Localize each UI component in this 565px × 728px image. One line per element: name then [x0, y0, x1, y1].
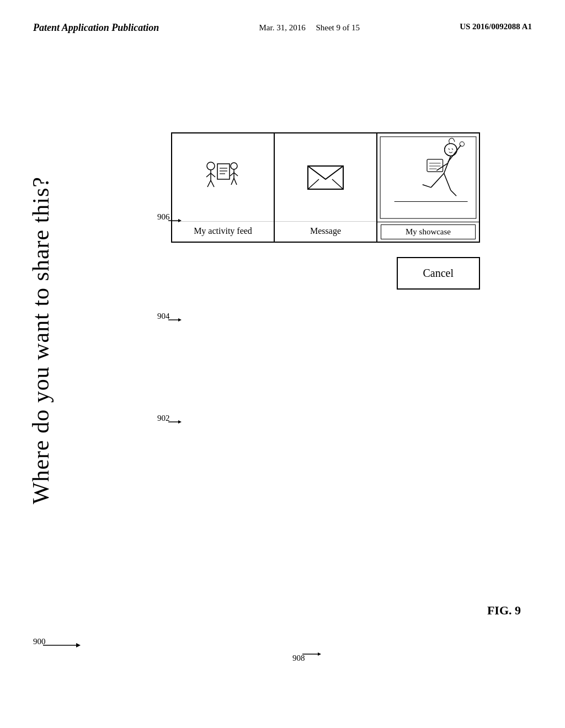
- svg-line-30: [451, 190, 456, 196]
- svg-line-32: [452, 148, 453, 149]
- svg-point-2: [207, 162, 215, 170]
- ref-900-arrow: [43, 640, 82, 651]
- svg-line-4: [206, 173, 211, 177]
- cancel-button[interactable]: Cancel: [397, 257, 480, 290]
- svg-line-16: [231, 178, 234, 185]
- activity-feed-option[interactable]: My activity feed: [172, 133, 275, 242]
- svg-point-22: [445, 143, 457, 156]
- svg-line-27: [431, 173, 444, 188]
- svg-line-17: [234, 178, 237, 185]
- date-label: Mar. 31, 2016: [259, 23, 306, 32]
- question-text: Where do you want to share this?: [28, 176, 54, 504]
- patent-number: US 2016/0092088 A1: [460, 22, 532, 31]
- svg-line-6: [207, 180, 211, 187]
- svg-rect-21: [380, 137, 476, 218]
- svg-line-20: [332, 179, 343, 189]
- ref-902-arrow: [168, 418, 182, 426]
- sheet-label: Sheet 9 of 15: [316, 23, 360, 32]
- dialog-container: My activity feed Message: [171, 132, 480, 290]
- svg-line-7: [211, 180, 214, 187]
- svg-line-19: [308, 179, 319, 189]
- activity-icon-area: [172, 133, 274, 221]
- svg-point-25: [460, 142, 464, 146]
- svg-line-31: [449, 148, 450, 149]
- svg-line-24: [448, 145, 461, 162]
- activity-feed-icon: [201, 159, 245, 195]
- message-icon-area: [275, 133, 376, 221]
- figure-label: FIG. 9: [487, 603, 521, 618]
- svg-marker-1: [76, 643, 81, 647]
- svg-marker-39: [178, 420, 182, 424]
- ref-904-arrow: [168, 316, 182, 324]
- sheet-info: Mar. 31, 2016 Sheet 9 of 15: [259, 22, 360, 34]
- message-label: Message: [275, 221, 376, 242]
- svg-line-14: [230, 173, 234, 176]
- svg-line-28: [444, 173, 451, 190]
- showcase-inner-label: My showcase: [381, 224, 476, 239]
- showcase-option[interactable]: My showcase My showcase: [377, 133, 479, 242]
- message-option[interactable]: Message: [275, 133, 377, 242]
- svg-marker-43: [178, 219, 182, 222]
- svg-line-29: [423, 185, 431, 188]
- page-header: Patent Application Publication Mar. 31, …: [0, 22, 565, 34]
- showcase-image-area: [377, 133, 479, 222]
- svg-rect-34: [427, 159, 443, 172]
- ref-906-arrow: [168, 217, 182, 225]
- showcase-figure: [377, 133, 479, 222]
- ref-908-arrow: [302, 650, 322, 659]
- cancel-button-wrapper: Cancel: [319, 250, 480, 290]
- svg-line-5: [211, 173, 215, 177]
- activity-feed-label: My activity feed: [172, 221, 274, 242]
- message-icon: [303, 159, 348, 195]
- publication-label: Patent Application Publication: [33, 22, 159, 34]
- svg-line-15: [234, 173, 238, 176]
- svg-marker-45: [318, 652, 321, 656]
- svg-point-12: [231, 163, 237, 169]
- svg-rect-8: [217, 164, 230, 179]
- svg-marker-41: [178, 318, 182, 322]
- main-content: Where do you want to share this? 900: [0, 77, 565, 728]
- share-options-row: My activity feed Message: [171, 132, 480, 243]
